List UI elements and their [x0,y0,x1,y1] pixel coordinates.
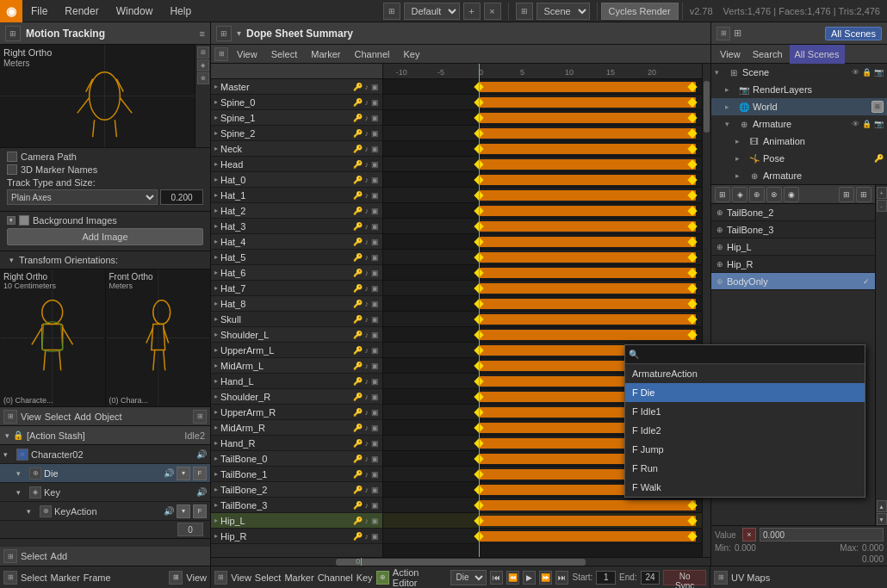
ds-mute-icon-20[interactable]: ♪ [365,393,369,401]
ds-row-hat-7[interactable]: ▸ Hat_7 🔑 ♪ ▣ [211,281,382,296]
playback-jump-end[interactable]: ⏭ [555,571,568,585]
ds-mute-icon-14[interactable]: ♪ [365,300,369,308]
value-input-close[interactable]: × [742,528,756,542]
ds-row-hat-1[interactable]: ▸ Hat_1 🔑 ♪ ▣ [211,188,382,203]
ds-mute-icon-22[interactable]: ♪ [365,424,369,432]
char02-expand[interactable]: ▾ [3,450,14,459]
ds-row-shoulder-r[interactable]: ▸ Shoulder_R 🔑 ♪ ▣ [211,389,382,405]
ds-mute-icon-11[interactable]: ♪ [365,253,369,262]
die-speaker[interactable]: 🔊 [164,468,174,478]
outliner-view-btn[interactable]: View [715,45,746,64]
ds-mute-icon-12[interactable]: ♪ [365,269,369,277]
bb-marker[interactable]: Marker [51,573,80,583]
ds-row-hand-r[interactable]: ▸ Hand_R 🔑 ♪ ▣ [211,436,382,451]
lb-select[interactable]: Select [21,551,47,561]
render-engine-button[interactable]: Cycles Render [601,3,679,20]
key-speaker[interactable]: 🔊 [196,487,207,497]
ds-channel-btn[interactable]: Channel [349,45,394,64]
left-toolbar-select[interactable]: Select [45,412,71,422]
rts-btn-1[interactable]: + [877,187,887,199]
ds-row-skull[interactable]: ▸ Skull 🔑 ♪ ▣ [211,312,382,327]
ds-bottom-scrollbar[interactable]: 0 [211,557,710,566]
ds-mute-icon-25[interactable]: ♪ [365,470,369,479]
ds-mute-icon-27[interactable]: ♪ [365,501,369,510]
tool-btn-2[interactable]: ◈ [197,59,209,71]
bg-images-expand[interactable]: ▾ [7,216,16,225]
ds-row-tailbone-2[interactable]: ▸ TailBone_2 🔑 ♪ ▣ [211,482,382,498]
tree-item-animation[interactable]: ▸ 🎞 Animation [711,133,887,150]
bb-view[interactable]: View [186,573,207,583]
ds-row-hat-8[interactable]: ▸ Hat_8 🔑 ♪ ▣ [211,296,382,312]
die-pin-btn[interactable]: F [193,467,207,480]
ds-mute-icon-21[interactable]: ♪ [365,408,369,417]
tree-item-armature2[interactable]: ▸ ⊕ Armature [711,167,887,184]
left-toolbar-view[interactable]: View [21,412,41,422]
dropdown-item-5[interactable]: F Run [625,459,865,478]
ds-mute-icon-6[interactable]: ♪ [365,176,369,184]
bone-icon-btn-3[interactable]: ⊕ [749,187,765,202]
all-scenes-btn[interactable]: All Scenes [825,27,882,40]
ds-mute-icon-4[interactable]: ♪ [365,145,369,153]
dropdown-item-1[interactable]: F Die [625,383,865,402]
menu-window[interactable]: Window [108,0,162,22]
rts-btn-3[interactable]: ▲ [877,500,887,512]
add-image-button[interactable]: Add Image [7,228,203,245]
ds-row-upperarm-l[interactable]: ▸ UpperArm_L 🔑 ♪ ▣ [211,343,382,358]
value-input-field[interactable]: 0.000 [760,528,884,542]
ds-row-hat-6[interactable]: ▸ Hat_6 🔑 ♪ ▣ [211,265,382,281]
bone-icon-btn-7[interactable]: ⊞ [856,187,871,202]
ds-view-btn[interactable]: View [232,45,263,64]
workspace-selector[interactable]: Default [404,3,460,20]
ds-row-head[interactable]: ▸ Head 🔑 ♪ ▣ [211,157,382,172]
ds-row-tailbone-0[interactable]: ▸ TailBone_0 🔑 ♪ ▣ [211,451,382,467]
playback-jump-start[interactable]: ⏮ [490,571,503,585]
ds-mute-icon-8[interactable]: ♪ [365,207,369,215]
tool-btn-3[interactable]: ⊕ [197,72,209,84]
ds-mute-icon-23[interactable]: ♪ [365,439,369,448]
outliner-search-btn[interactable]: Search [747,45,788,64]
keyaction-row[interactable]: ▾ ⊕ KeyAction 🔊 ▾ F [0,502,210,521]
ds-row-shoulder-l[interactable]: ▸ Shoulder_L 🔑 ♪ ▣ [211,327,382,343]
ds-row-hat-5[interactable]: ▸ Hat_5 🔑 ♪ ▣ [211,250,382,265]
bone-item-bodyonly[interactable]: ⊕ BodyOnly ✓ [711,273,875,290]
ds-mute-icon-16[interactable]: ♪ [365,331,369,339]
ds-expand-icon[interactable]: ▾ [237,28,241,38]
bb-select[interactable]: Select [21,573,47,583]
ds-mute-icon-17[interactable]: ♪ [365,346,369,355]
dropdown-item-3[interactable]: F Idle2 [625,421,865,440]
tree-item-world[interactable]: ▸ 🌐 World ⊞ [711,98,887,115]
ds-mute-icon-18[interactable]: ♪ [365,362,369,370]
ds-row-spine-1[interactable]: ▸ Spine_1 🔑 ♪ ▣ [211,110,382,126]
bone-icon-btn-2[interactable]: ◈ [732,187,747,202]
ds-mute-icon-0[interactable]: ♪ [365,83,369,91]
bone-icon-btn-6[interactable]: ⊞ [839,187,854,202]
key-row[interactable]: ▾ ◈ Key 🔊 [0,483,210,502]
die-dropdown-btn[interactable]: ▾ [177,467,190,480]
motion-tracking-menu-icon[interactable]: ≡ [200,28,205,39]
lb-add[interactable]: Add [51,551,68,561]
ds-select-btn[interactable]: Select [266,45,303,64]
end-frame[interactable]: 24 [641,571,661,585]
dropdown-search-input[interactable] [642,350,861,360]
ds-row-hat-4[interactable]: ▸ Hat_4 🔑 ♪ ▣ [211,234,382,250]
outliner-scenes-btn[interactable]: All Scenes [790,45,845,64]
ds-mute-icon-28[interactable]: ♪ [365,517,369,525]
keyaction-speaker[interactable]: 🔊 [164,506,174,516]
workspace-remove-icon[interactable]: × [484,3,501,20]
bb-frame[interactable]: Frame [84,573,111,583]
track-type-dropdown[interactable]: Plain Axes [7,189,158,205]
ds-mute-icon-9[interactable]: ♪ [365,222,369,231]
bb-playback-btn[interactable]: ⊞ [169,571,183,585]
action-selector[interactable]: Die [450,570,487,585]
tree-item-scene[interactable]: ▾ ⊞ Scene 👁 🔒 📷 [711,64,887,81]
ae-key-btn[interactable]: Key [357,573,373,583]
transform-expand[interactable]: ▾ [7,256,16,264]
keyaction-dropdown-btn[interactable]: ▾ [177,504,190,518]
bone-item-hip-r[interactable]: ⊕ Hip_R [711,256,875,273]
tree-item-pose[interactable]: ▸ 🤸 Pose 🔑 [711,150,887,167]
menu-help[interactable]: Help [161,0,200,22]
char02-speaker[interactable]: 🔊 [196,449,207,459]
ds-mute-icon-1[interactable]: ♪ [365,98,369,107]
frame-counter[interactable]: 0 [177,523,203,536]
ds-marker-btn[interactable]: Marker [306,45,345,64]
